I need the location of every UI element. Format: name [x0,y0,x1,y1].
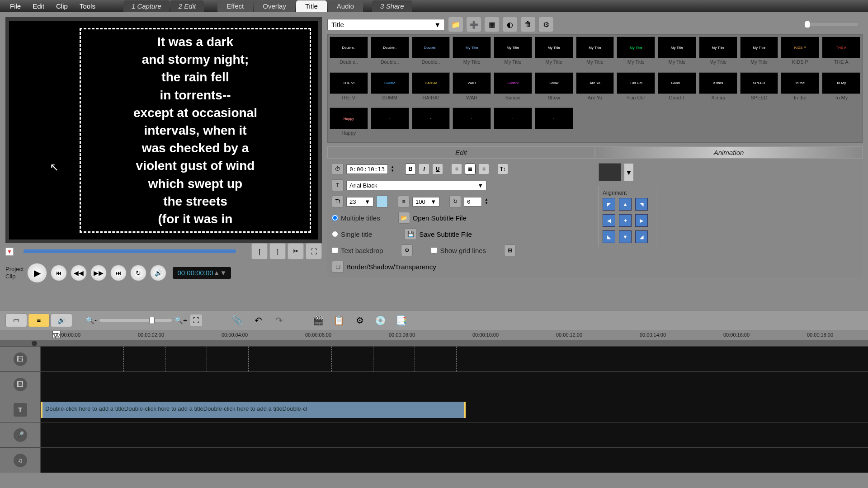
insert-media-icon[interactable]: 📎 [230,312,246,328]
title-thumbnail[interactable]: · [453,108,491,141]
title-thumbnail[interactable]: Fun CelFun Cel [617,72,655,105]
title-thumbnail[interactable]: THE ATHE A [822,37,860,70]
title-color-preview[interactable] [599,163,621,181]
play-button[interactable]: ▶ [27,263,47,283]
chapter-icon[interactable]: 📑 [393,312,410,328]
align-bc[interactable]: ▼ [619,230,632,243]
menu-clip[interactable]: Clip [51,0,73,12]
title-thumbnail[interactable]: Are YoAre Yo [576,72,614,105]
title-track-body[interactable]: Double-click here to add a titleDouble-c… [41,397,868,422]
overlay-track-icon[interactable]: 🎞 [14,378,27,391]
disc-icon[interactable]: 💿 [373,312,389,328]
title-thumbnail[interactable]: THE VITHE VI [330,72,368,105]
options-icon[interactable]: ⚙ [539,17,553,32]
align-left-button[interactable]: ≡ [451,164,462,174]
timeline-ruler[interactable]: ▽ 00:00:00:0000:00:02:0000:00:04:0000:00… [0,330,868,340]
timeline-view-button[interactable]: ≡ [28,314,50,327]
next-button[interactable]: ⏭ [110,265,127,281]
save-subtitle-label[interactable]: Save Subtitle File [419,230,472,238]
menu-tools[interactable]: Tools [74,0,101,12]
trim-start-button[interactable]: [ [251,243,268,259]
title-thumbnail[interactable]: Good TGood T [658,72,696,105]
save-subtitle-icon[interactable]: 💾 [405,228,416,240]
align-mc[interactable]: ✦ [619,214,632,227]
prev-button[interactable]: ⏮ [51,265,67,281]
subtab-audio[interactable]: Audio [328,0,363,12]
fit-timeline-button[interactable]: ⛶ [190,314,203,327]
align-tl[interactable]: ◤ [603,198,615,211]
record-icon[interactable]: 🎬 [310,312,326,328]
step-edit[interactable]: 2 Edit [170,0,204,12]
undo-icon[interactable]: ↶ [250,312,267,328]
single-title-radio[interactable]: Single title [332,230,372,238]
align-ml[interactable]: ◀ [603,214,615,227]
marker-icon[interactable]: ▼ [5,248,14,256]
align-bl[interactable]: ◣ [603,230,615,243]
video-track-icon[interactable]: 🎞 [14,352,27,366]
library-dropdown[interactable]: Title▼ [327,19,445,30]
step-share[interactable]: 3 Share [372,0,412,12]
rewind-button[interactable]: ◀◀ [71,265,87,281]
underline-button[interactable]: U [432,164,443,174]
title-thumbnail[interactable]: Double..Double.. [412,37,450,70]
storyboard-view-button[interactable]: ▭ [5,314,27,327]
add-icon[interactable]: ➕ [467,17,481,32]
menu-edit[interactable]: Edit [27,0,50,12]
font-color-swatch[interactable] [376,196,388,207]
title-thumbnail[interactable]: My TitleMy Title [740,37,778,70]
align-br[interactable]: ◢ [635,230,648,243]
title-thumbnail[interactable]: My TitleMy Title [576,37,614,70]
split-button[interactable]: ✂ [288,243,304,259]
show-grid-checkbox[interactable]: Show grid lines [431,247,486,254]
align-mr[interactable]: ▶ [635,214,648,227]
preview-screen[interactable]: It was a dark and stormy night; the rain… [5,17,322,243]
forward-button[interactable]: ▶▶ [90,265,107,281]
voice-track-icon[interactable]: 🎤 [14,428,27,442]
align-tr[interactable]: ◥ [635,198,648,211]
sort-icon[interactable]: ◐ [503,17,517,32]
mute-button[interactable]: 🔊 [150,265,166,281]
align-center-button[interactable]: ≣ [465,164,476,174]
delete-icon[interactable]: 🗑 [521,17,535,32]
grid-settings-icon[interactable]: ⊞ [504,244,516,256]
audio-view-button[interactable]: 🔊 [51,314,72,327]
title-thumbnail[interactable]: WARWAR [453,72,491,105]
title-thumbnail[interactable]: HappyHappy [330,108,368,141]
open-subtitle-label[interactable]: Open Subtitle File [413,214,467,222]
vertical-text-button[interactable]: T↕ [497,164,508,174]
subtab-title[interactable]: Title [296,0,327,12]
voice-track-body[interactable] [41,422,868,447]
title-track-icon[interactable]: T [14,403,27,417]
list-icon[interactable]: ▦ [485,17,499,32]
font-size-select[interactable]: 23▼ [346,197,373,206]
rotation-input[interactable] [464,197,482,206]
title-thumbnail[interactable]: SUMMSUMM [371,72,409,105]
title-thumbnail[interactable]: · [494,108,532,141]
loop-button[interactable]: ↻ [130,265,146,281]
backdrop-settings-icon[interactable]: ⚙ [401,244,413,256]
title-thumbnail[interactable]: · [535,108,573,141]
title-color-dropdown[interactable]: ▼ [624,163,634,181]
zoom-out-icon[interactable]: 🔍- [86,316,97,324]
title-thumbnail[interactable]: · [371,108,409,141]
zoom-in-icon[interactable]: 🔍+ [175,316,187,324]
video-track-body[interactable] [41,347,868,371]
title-thumbnail[interactable]: Double..Double.. [371,37,409,70]
music-track-body[interactable] [41,448,868,473]
title-thumbnail[interactable]: My TitleMy Title [535,37,573,70]
title-thumbnail[interactable]: My TitleMy Title [658,37,696,70]
folder-icon[interactable]: 📁 [448,17,463,32]
title-thumbnail[interactable]: SunsniSunsni [494,72,532,105]
trim-end-button[interactable]: ] [269,243,286,259]
subtab-overlay[interactable]: Overlay [254,0,295,12]
title-thumbnail[interactable]: My TitleMy Title [617,37,655,70]
track-manager-icon[interactable]: ⚙ [352,312,368,328]
title-thumbnail[interactable]: In theIn the [781,72,819,105]
fullscreen-button[interactable]: ⛶ [306,243,322,259]
bold-button[interactable]: B [405,164,416,174]
border-shadow-button[interactable]: Border/Shadow/Transparency [346,263,436,271]
library-zoom-slider[interactable] [804,23,858,26]
title-thumbnail[interactable]: HA!HA!HA!HA! [412,72,450,105]
font-select[interactable]: Arial Black▼ [346,181,486,190]
batch-icon[interactable]: 📋 [331,312,347,328]
